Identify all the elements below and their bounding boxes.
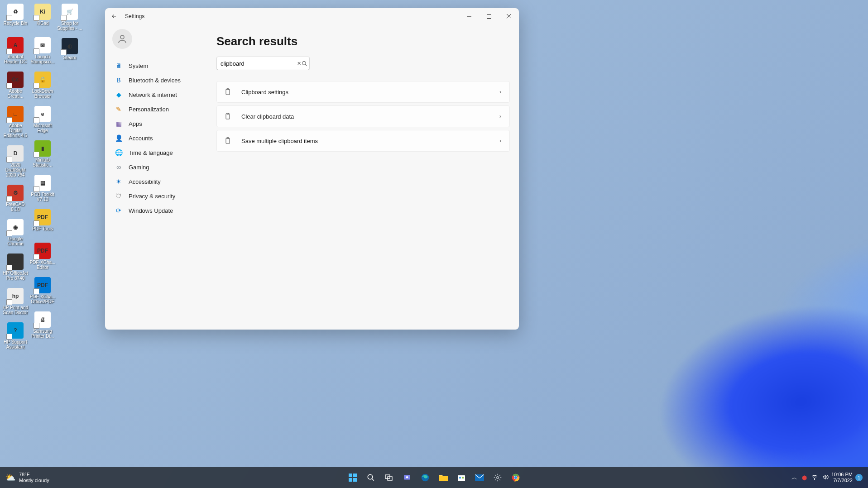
desktop-icon-label: PDF Tools bbox=[32, 226, 53, 231]
start-button[interactable] bbox=[345, 469, 361, 486]
search-clear-icon[interactable]: ✕ bbox=[297, 57, 302, 70]
desktop-icon-label: HP Print and Scan Doctor bbox=[2, 305, 29, 315]
desktop-icon[interactable]: PDF PDF-XCha... Office2PDF bbox=[29, 276, 56, 305]
desktop-icon[interactable]: Cc Adobe Creati... bbox=[2, 71, 29, 100]
search-input[interactable] bbox=[221, 60, 297, 67]
weather-temp: 78°F bbox=[19, 472, 49, 478]
main-content: Search results ✕ Clipboard settings › Cl… bbox=[216, 24, 519, 330]
titlebar: Settings bbox=[105, 8, 519, 24]
svg-point-10 bbox=[368, 474, 373, 479]
wifi-icon[interactable] bbox=[811, 474, 818, 482]
app-icon: ▤ bbox=[34, 175, 51, 191]
close-button[interactable] bbox=[499, 10, 519, 23]
desktop-icon[interactable]: ⚙ FreeCAD 0.18 bbox=[2, 184, 29, 213]
nav-item-time-language[interactable]: 🌐 Time & language bbox=[110, 146, 213, 159]
weather-widget[interactable]: ⛅ 78°F Mostly cloudy bbox=[0, 472, 49, 483]
nav-item-privacy-security[interactable]: 🛡 Privacy & security bbox=[110, 189, 213, 203]
desktop-icon[interactable]: e Microsoft Edge bbox=[29, 105, 56, 134]
app-icon: 🔒 bbox=[34, 72, 51, 88]
nav-item-windows-update[interactable]: ⟳ Windows Update bbox=[110, 204, 213, 217]
windows-logo-icon bbox=[349, 474, 357, 482]
desktop-icon[interactable]: 🛒 Shop for Supplies - ... bbox=[56, 3, 83, 32]
result-item[interactable]: Clipboard settings › bbox=[216, 81, 510, 103]
taskbar-settings[interactable] bbox=[489, 469, 506, 486]
back-button[interactable] bbox=[110, 12, 119, 21]
task-view[interactable] bbox=[381, 469, 397, 486]
result-item[interactable]: Save multiple clipboard items › bbox=[216, 130, 510, 152]
taskbar-explorer[interactable] bbox=[435, 469, 451, 486]
taskbar-mail[interactable] bbox=[471, 469, 488, 486]
nav-label: Time & language bbox=[129, 149, 173, 156]
taskbar-edge[interactable] bbox=[417, 469, 433, 486]
nav-item-gaming[interactable]: ∞ Gaming bbox=[110, 160, 213, 174]
desktop-icon[interactable]: A Acrobat Reader DC bbox=[2, 36, 29, 65]
nav-label: Network & internet bbox=[129, 91, 177, 98]
desktop-icon[interactable]: □ Adobe Digital Editions 4.5 bbox=[2, 105, 29, 139]
tray-security-icon[interactable]: ⬢ bbox=[802, 474, 807, 481]
taskbar-clock[interactable]: 10:06 PM 7/7/2022 bbox=[831, 472, 853, 483]
nav-item-bluetooth-devices[interactable]: B Bluetooth & devices bbox=[110, 73, 213, 87]
desktop-icon[interactable]: hp HP Print and Scan Doctor bbox=[2, 287, 29, 316]
page-title: Search results bbox=[216, 34, 510, 48]
nav-item-accounts[interactable]: 👤 Accounts bbox=[110, 131, 213, 145]
desktop-icon[interactable]: ◉ Google Chrome bbox=[2, 218, 29, 247]
app-icon: Ki bbox=[34, 4, 51, 20]
desktop-icon[interactable]: ▤ PCB Toolkit V7.13 bbox=[29, 174, 56, 203]
nav-label: Accessibility bbox=[129, 178, 161, 185]
nav-item-personalization[interactable]: ✎ Personalization bbox=[110, 102, 213, 116]
desktop-icon[interactable]: D 2020 DraftSight 2020 x64 bbox=[2, 144, 29, 178]
search-icon[interactable] bbox=[302, 57, 307, 70]
desktop-icon-label: 2020 DraftSight 2020 x64 bbox=[2, 163, 29, 177]
desktop-icon[interactable]: ◐ Steam bbox=[56, 37, 83, 65]
weather-icon: ⛅ bbox=[5, 473, 15, 483]
notification-badge[interactable]: 1 bbox=[855, 474, 863, 481]
taskbar-store[interactable] bbox=[453, 469, 470, 486]
search-box[interactable]: ✕ bbox=[216, 57, 310, 70]
desktop-icon-label: PDF-XCha... Office2PDF bbox=[29, 294, 56, 304]
maximize-button[interactable] bbox=[479, 10, 499, 23]
desktop-icon[interactable]: Ki KiCad bbox=[29, 3, 56, 31]
nav-label: Accounts bbox=[129, 135, 153, 142]
desktop-icon[interactable]: ▮ Minitab Statistic... bbox=[29, 139, 56, 168]
app-icon: PDF bbox=[34, 243, 51, 259]
taskbar-chat[interactable] bbox=[399, 469, 415, 486]
desktop-icon[interactable]: 🖨 Samsung Printer Di... bbox=[29, 311, 56, 340]
nav-label: Personalization bbox=[129, 106, 169, 113]
app-icon: PDF bbox=[34, 277, 51, 293]
nav-label: System bbox=[129, 62, 148, 69]
nav-item-apps[interactable]: ▦ Apps bbox=[110, 117, 213, 130]
minimize-button[interactable] bbox=[459, 10, 479, 23]
desktop-icon-label: Launch Stampsco... bbox=[29, 54, 56, 64]
nav-icon: 🌐 bbox=[115, 149, 122, 156]
app-icon: 🖨 bbox=[34, 311, 51, 328]
nav-icon: ◆ bbox=[115, 91, 122, 98]
clipboard-icon bbox=[223, 136, 232, 145]
volume-icon[interactable] bbox=[822, 474, 829, 482]
nav-icon: ⟳ bbox=[115, 207, 122, 214]
result-item[interactable]: Clear clipboard data › bbox=[216, 105, 510, 127]
taskbar-chrome[interactable] bbox=[508, 469, 524, 486]
desktop-icon-label: Shop for Supplies - ... bbox=[57, 21, 83, 31]
desktop-icon[interactable]: PDF PDF Tools bbox=[29, 208, 56, 236]
desktop-icon-label: Adobe Creati... bbox=[2, 89, 29, 99]
app-icon: ◉ bbox=[7, 219, 24, 235]
nav-item-accessibility[interactable]: ✶ Accessibility bbox=[110, 175, 213, 188]
user-avatar[interactable] bbox=[112, 29, 132, 49]
desktop-icon[interactable]: ♻ Recycle Bin bbox=[2, 3, 29, 31]
desktop-icon-label: PDF-XCha... Editor bbox=[29, 260, 56, 270]
chevron-right-icon: › bbox=[499, 113, 501, 120]
svg-point-14 bbox=[406, 476, 408, 478]
svg-point-25 bbox=[814, 479, 815, 479]
desktop-icon[interactable]: 🔒 LockDown Browser bbox=[29, 71, 56, 100]
taskbar-search[interactable] bbox=[363, 469, 379, 486]
desktop-icon[interactable]: PDF PDF-XCha... Editor bbox=[29, 242, 56, 271]
desktop-icon[interactable]: ? HP Support Assistant bbox=[2, 321, 29, 350]
tray-chevron-up-icon[interactable]: ︿ bbox=[791, 474, 797, 482]
app-icon: ✉ bbox=[34, 37, 51, 53]
desktop-icon[interactable]: ✉ Launch Stampsco... bbox=[29, 36, 56, 65]
taskbar: ⛅ 78°F Mostly cloudy bbox=[0, 467, 868, 488]
nav-item-system[interactable]: 🖥 System bbox=[110, 59, 213, 72]
nav-item-network-internet[interactable]: ◆ Network & internet bbox=[110, 88, 213, 101]
desktop-icon[interactable]: 🖨 HP OfficeJet Pro 8740 bbox=[2, 253, 29, 282]
desktop-icon-label: HP OfficeJet Pro 8740 bbox=[2, 271, 29, 281]
